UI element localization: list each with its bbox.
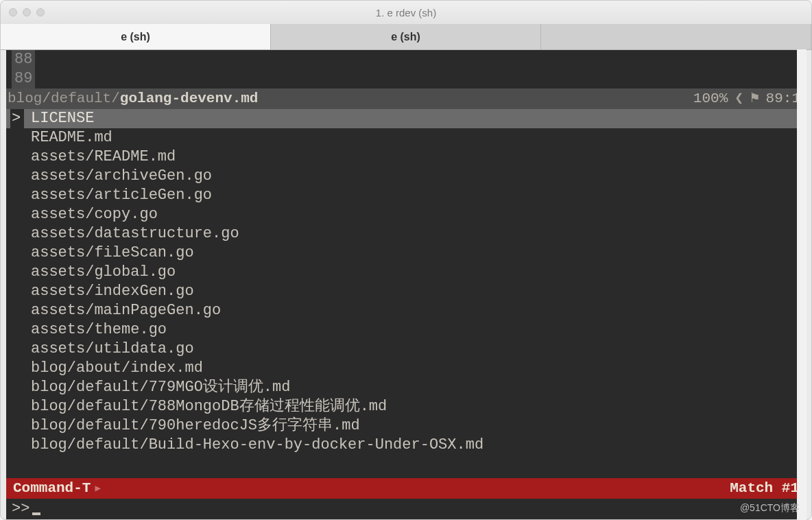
- list-item[interactable]: blog/default/Build-Hexo-env-by-docker-Un…: [6, 436, 806, 455]
- tab-2[interactable]: e (sh): [271, 24, 541, 49]
- cursor-position: 89:1: [766, 88, 800, 109]
- percent-indicator: 100%: [693, 88, 728, 109]
- triangle-right-icon: ▶: [95, 478, 100, 499]
- list-item[interactable]: blog/default/790heredocJS多行字符串.md: [6, 416, 806, 436]
- command-t-statusbar: Command-T ▶ Match #1: [6, 478, 806, 499]
- line-gutter: 88 89: [6, 50, 806, 88]
- traffic-lights: [9, 8, 45, 16]
- close-icon[interactable]: [9, 8, 17, 16]
- list-item[interactable]: assets/fileScan.go: [6, 244, 806, 263]
- zoom-icon[interactable]: [36, 8, 45, 16]
- watermark: @51CTO博客: [740, 502, 800, 515]
- tab-label: e (sh): [391, 31, 420, 43]
- list-item[interactable]: blog/default/779MGO设计调优.md: [6, 378, 806, 397]
- cursor-icon: [32, 512, 40, 515]
- list-item[interactable]: assets/global.go: [6, 263, 806, 282]
- list-item[interactable]: assets/copy.go: [6, 205, 806, 224]
- file-name: golang-devenv.md: [120, 88, 259, 109]
- list-item[interactable]: assets/utildata.go: [6, 340, 806, 359]
- terminal-viewport: 88 89 blog/default/golang-devenv.md 100%…: [6, 50, 806, 519]
- tab-label: e (sh): [121, 31, 150, 43]
- tab-3[interactable]: [541, 24, 811, 49]
- tab-1[interactable]: e (sh): [1, 24, 271, 49]
- minimize-icon[interactable]: [23, 8, 31, 16]
- file-list[interactable]: LICENSEREADME.mdassets/README.mdassets/a…: [6, 109, 806, 478]
- terminal-window: 1. e rdev (sh) e (sh) e (sh) 88 89 blog/…: [0, 0, 812, 520]
- list-item[interactable]: assets/archiveGen.go: [6, 167, 806, 186]
- list-item[interactable]: LICENSE: [6, 109, 806, 128]
- line-number: 89: [12, 69, 35, 88]
- flag-icon: ⚑: [750, 88, 759, 109]
- list-item[interactable]: assets/indexGen.go: [6, 282, 806, 301]
- list-item[interactable]: assets/datastructure.go: [6, 224, 806, 244]
- window-title: 1. e rdev (sh): [376, 7, 436, 19]
- vim-statusline: blog/default/golang-devenv.md 100% ❮ ⚑ 8…: [6, 88, 806, 109]
- file-path-prefix: blog/default/: [8, 88, 120, 109]
- list-item[interactable]: assets/theme.go: [6, 320, 806, 340]
- list-item[interactable]: README.md: [6, 128, 806, 147]
- titlebar[interactable]: 1. e rdev (sh): [1, 1, 811, 24]
- tabbar: e (sh) e (sh): [1, 24, 811, 50]
- list-item[interactable]: assets/mainPageGen.go: [6, 301, 806, 320]
- match-indicator: Match #1: [730, 478, 799, 499]
- prompt-symbol: >>: [12, 499, 29, 519]
- list-item[interactable]: assets/articleGen.go: [6, 186, 806, 205]
- list-item[interactable]: assets/README.md: [6, 147, 806, 167]
- command-t-label: Command-T: [13, 478, 91, 499]
- line-number: 88: [12, 50, 35, 69]
- list-item[interactable]: blog/about/index.md: [6, 359, 806, 378]
- scrollbar[interactable]: [797, 49, 807, 520]
- list-item[interactable]: blog/default/788MongoDB存储过程性能调优.md: [6, 397, 806, 416]
- chevron-left-icon: ❮: [735, 88, 743, 109]
- command-t-prompt[interactable]: >>: [6, 499, 806, 519]
